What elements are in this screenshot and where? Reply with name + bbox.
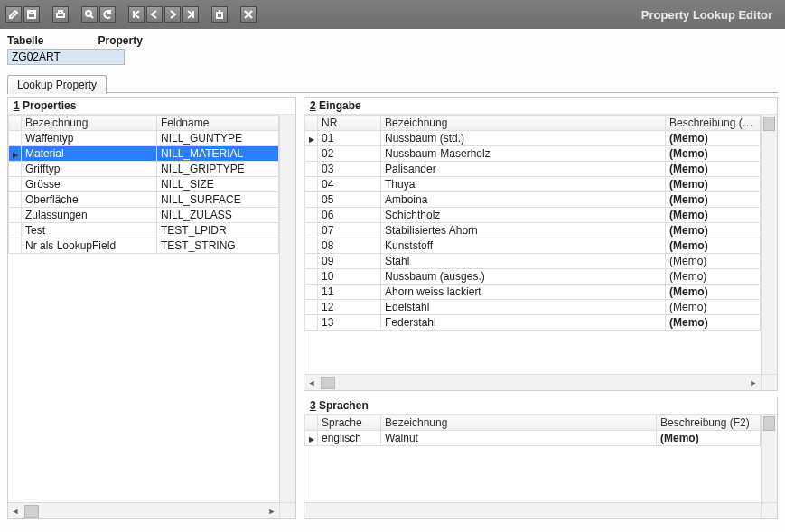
col-beschreibung[interactable]: Beschreibung (F2): [666, 116, 761, 131]
refresh-icon[interactable]: [99, 6, 116, 23]
panel-sprachen-title: 3 Sprachen: [304, 397, 777, 414]
panel-eingabe: 2 Eingabe NR Bezeichnung Beschreibung (F…: [304, 97, 778, 391]
nav-last-icon[interactable]: [182, 6, 199, 23]
label-property: Property: [98, 34, 142, 47]
hscrollbar[interactable]: [304, 502, 761, 518]
panel-properties-title: 1 Properties: [8, 98, 295, 114]
table-row[interactable]: 07Stabilisiertes Ahorn(Memo): [305, 223, 761, 238]
panel-properties: 1 Properties Bezeichnung Feldname Waffen…: [7, 97, 296, 519]
table-row[interactable]: englischWalnut(Memo): [305, 431, 761, 446]
col-nr[interactable]: NR: [318, 116, 381, 131]
table-row[interactable]: 11Ahorn weiss lackiert(Memo): [305, 285, 761, 300]
vscrollbar[interactable]: [761, 115, 777, 374]
nav-first-icon[interactable]: [128, 6, 145, 23]
table-row[interactable]: MaterialNILL_MATERIAL: [9, 146, 279, 162]
table-row[interactable]: TestTEST_LPIDR: [9, 223, 279, 238]
panel-eingabe-title: 2 Eingabe: [304, 98, 777, 114]
table-row[interactable]: 13Federstahl(Memo): [305, 315, 761, 331]
table-row[interactable]: 02Nussbaum-Maserholz(Memo): [305, 146, 761, 162]
tabelle-input[interactable]: [7, 49, 125, 65]
search-icon[interactable]: [81, 6, 98, 23]
col-feldname[interactable]: Feldname: [157, 116, 279, 131]
print-icon[interactable]: [52, 6, 69, 23]
hscrollbar[interactable]: ◄►: [304, 374, 761, 390]
close-icon[interactable]: [240, 6, 257, 23]
properties-grid[interactable]: Bezeichnung Feldname WaffentypNILL_GUNTY…: [8, 115, 279, 254]
svg-rect-3: [59, 11, 62, 14]
vscrollbar[interactable]: [761, 415, 777, 502]
label-tabelle: Tabelle: [7, 34, 43, 47]
panel-sprachen: 3 Sprachen Sprache Bezeichnung Beschreib…: [304, 397, 778, 519]
col-beschreibung[interactable]: Beschreibung (F2): [657, 415, 761, 431]
header-labels: Tabelle Property: [0, 29, 785, 49]
col-sprache[interactable]: Sprache: [318, 415, 381, 431]
vscrollbar[interactable]: [279, 115, 295, 502]
svg-rect-1: [30, 11, 33, 14]
tab-lookup-property[interactable]: Lookup Property: [7, 75, 107, 94]
save-icon[interactable]: [23, 6, 40, 23]
titlebar: Property Lookup Editor: [0, 0, 785, 29]
table-row[interactable]: 09Stahl(Memo): [305, 254, 761, 269]
hscrollbar[interactable]: ◄►: [8, 502, 279, 518]
eingabe-grid[interactable]: NR Bezeichnung Beschreibung (F2) 01Nussb…: [304, 115, 761, 331]
table-row[interactable]: 05Amboina(Memo): [305, 192, 761, 208]
table-row[interactable]: OberflächeNILL_SURFACE: [9, 192, 279, 208]
edit-icon[interactable]: [5, 6, 22, 23]
table-row[interactable]: ZulassungenNILL_ZULASS: [9, 208, 279, 223]
toolbar: [5, 6, 266, 23]
table-row[interactable]: 12Edelstahl(Memo): [305, 300, 761, 315]
nav-next-icon[interactable]: [164, 6, 181, 23]
delete-icon[interactable]: [211, 6, 228, 23]
window-title: Property Lookup Editor: [641, 8, 780, 22]
svg-line-5: [90, 15, 93, 18]
table-row[interactable]: 10Nussbaum (ausges.)(Memo): [305, 269, 761, 285]
table-row[interactable]: 03Palisander(Memo): [305, 162, 761, 177]
table-row[interactable]: 04Thuya(Memo): [305, 177, 761, 192]
col-bezeichnung[interactable]: Bezeichnung: [381, 415, 657, 431]
table-row[interactable]: 06Schichtholz(Memo): [305, 208, 761, 223]
table-row[interactable]: Nr als LookupFieldTEST_STRING: [9, 238, 279, 254]
sprachen-grid[interactable]: Sprache Bezeichnung Beschreibung (F2) en…: [304, 415, 761, 446]
nav-prev-icon[interactable]: [146, 6, 163, 23]
table-row[interactable]: GrösseNILL_SIZE: [9, 177, 279, 192]
col-bezeichnung[interactable]: Bezeichnung: [22, 116, 157, 131]
table-row[interactable]: 08Kunststoff(Memo): [305, 238, 761, 254]
col-bezeichnung[interactable]: Bezeichnung: [381, 116, 666, 131]
table-row[interactable]: 01Nussbaum (std.)(Memo): [305, 131, 761, 146]
table-row[interactable]: WaffentypNILL_GUNTYPE: [9, 131, 279, 146]
table-row[interactable]: GrifftypNILL_GRIPTYPE: [9, 162, 279, 177]
